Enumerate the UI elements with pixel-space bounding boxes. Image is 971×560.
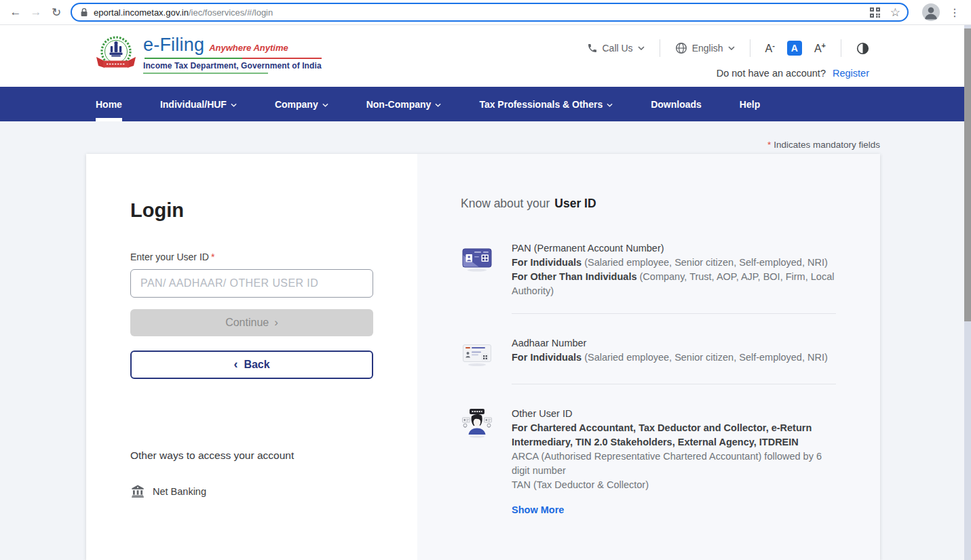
back-button[interactable]: ‹Back: [130, 351, 373, 379]
url-text: eportal.incometax.gov.in/iec/foservices/…: [94, 7, 869, 18]
income-tax-emblem-icon: [95, 34, 137, 75]
browser-menu-icon[interactable]: ⋮: [944, 6, 966, 19]
divider: [660, 39, 660, 57]
login-title: Login: [130, 199, 373, 222]
know-title: Know about yourUser ID: [461, 197, 836, 211]
pan-title: PAN (Permanent Account Number): [512, 241, 836, 256]
call-us-menu[interactable]: Call Us: [587, 43, 645, 54]
net-banking-label: Net Banking: [153, 486, 206, 497]
qr-code-icon[interactable]: [869, 7, 881, 18]
know-item-pan: PAN (Permanent Account Number) For Indiv…: [461, 241, 836, 298]
login-card: Login Enter your User ID* Continue› ‹Bac…: [86, 154, 880, 560]
browser-reload-button[interactable]: ↻: [46, 2, 66, 22]
chevron-right-icon: ›: [274, 316, 278, 329]
other-user-id-title: Other User ID: [512, 407, 836, 421]
globe-icon: [675, 42, 687, 54]
font-increase-button[interactable]: A+: [814, 41, 826, 55]
nav-item-company[interactable]: Company: [275, 87, 328, 121]
divider: [841, 39, 841, 57]
phone-icon: [587, 43, 598, 54]
org-line: Income Tax Department, Government of Ind…: [143, 61, 322, 71]
pan-line-individuals: For Individuals (Salaried employee, Seni…: [512, 256, 836, 270]
brand-name: e-Filing: [143, 35, 204, 56]
know-item-aadhaar: Aadhaar Number For Individuals (Salaried…: [461, 314, 836, 369]
font-decrease-button[interactable]: A-: [765, 41, 775, 55]
pan-card-icon: [461, 241, 493, 298]
account-prompt: Do not have an account?: [717, 68, 826, 79]
nav-item-downloads[interactable]: Downloads: [651, 87, 702, 121]
chevron-down-icon: [231, 103, 237, 107]
nav-item-home[interactable]: Home: [96, 87, 122, 121]
browser-chrome: ← → ↻ eportal.incometax.gov.in/iec/foser…: [0, 0, 971, 25]
other-ways-title: Other ways to access your account: [130, 449, 373, 462]
nav-item-help[interactable]: Help: [740, 87, 760, 121]
chevron-down-icon: [607, 103, 613, 107]
aadhaar-card-icon: [461, 336, 493, 369]
pan-line-other: For Other Than Individuals (Company, Tru…: [512, 270, 836, 298]
efiling-logo[interactable]: e-Filing Anywhere Anytime Income Tax Dep…: [95, 34, 322, 75]
bank-icon: [130, 484, 145, 498]
login-pane: Login Enter your User ID* Continue› ‹Bac…: [86, 154, 417, 560]
main-nav: Home Individual/HUF Company Non-Company …: [0, 87, 971, 121]
contrast-toggle-icon[interactable]: [856, 42, 869, 55]
nav-item-tax-professionals[interactable]: Tax Professionals & Others: [479, 87, 613, 121]
chevron-down-icon: [638, 46, 645, 50]
other-user-id-icon: [461, 407, 493, 517]
register-link[interactable]: Register: [833, 68, 869, 79]
scrollbar-thumb[interactable]: [964, 28, 971, 321]
browser-profile-avatar[interactable]: [922, 3, 940, 21]
brand-divider: [145, 58, 322, 59]
language-menu[interactable]: English: [675, 42, 735, 54]
other-user-id-tan: TAN (Tax Deductor & Collector): [512, 478, 836, 492]
lock-icon: [80, 7, 88, 18]
aadhaar-line-individuals: For Individuals (Salaried employee, Seni…: [512, 351, 836, 365]
language-label: English: [692, 43, 723, 54]
browser-forward-button[interactable]: →: [26, 2, 46, 22]
user-id-input[interactable]: [130, 269, 373, 298]
brand-tagline: Anywhere Anytime: [209, 43, 288, 53]
chevron-left-icon: ‹: [233, 357, 237, 372]
net-banking-option[interactable]: Net Banking: [130, 484, 373, 498]
aadhaar-title: Aadhaar Number: [512, 336, 836, 351]
url-bar[interactable]: eportal.incometax.gov.in/iec/foservices/…: [71, 3, 909, 22]
chevron-down-icon: [435, 103, 441, 107]
bookmark-star-icon[interactable]: ☆: [890, 7, 900, 18]
other-user-id-audience: For Chartered Accountant, Tax Deductor a…: [512, 421, 836, 449]
call-us-label: Call Us: [603, 43, 633, 54]
chevron-down-icon: [322, 103, 328, 107]
user-id-label: Enter your User ID*: [130, 252, 373, 262]
chevron-down-icon: [728, 46, 735, 50]
browser-back-button[interactable]: ←: [5, 2, 26, 22]
nav-item-individual-huf[interactable]: Individual/HUF: [160, 87, 237, 121]
other-user-id-arca: ARCA (Authorised Representative Chartere…: [512, 449, 836, 478]
font-normal-button[interactable]: A: [787, 41, 802, 56]
nav-item-non-company[interactable]: Non-Company: [366, 87, 442, 121]
divider: [750, 39, 750, 57]
mandatory-fields-note: *Indicates mandatory fields: [767, 140, 880, 150]
org-divider: [143, 73, 322, 74]
know-item-other: Other User ID For Chartered Accountant, …: [461, 384, 836, 517]
page-scrollbar[interactable]: [964, 25, 971, 560]
know-pane: Know about yourUser ID: [417, 154, 880, 560]
show-more-link[interactable]: Show More: [512, 503, 836, 517]
continue-button[interactable]: Continue›: [130, 309, 373, 336]
site-header: e-Filing Anywhere Anytime Income Tax Dep…: [0, 25, 971, 87]
